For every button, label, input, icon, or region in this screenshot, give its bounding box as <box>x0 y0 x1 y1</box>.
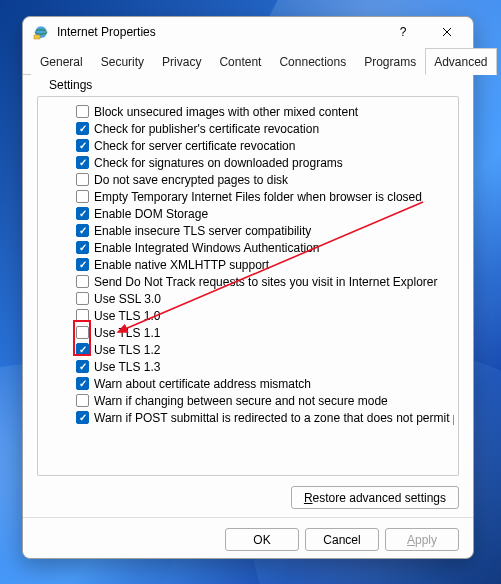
settings-label: Enable DOM Storage <box>94 207 208 221</box>
settings-row: Enable native XMLHTTP support <box>76 256 454 273</box>
settings-label: Warn if POST submittal is redirected to … <box>94 411 454 425</box>
checkbox[interactable] <box>76 411 89 424</box>
tab-security[interactable]: Security <box>92 48 153 75</box>
settings-row: Use SSL 3.0 <box>76 290 454 307</box>
settings-row: Enable Integrated Windows Authentication <box>76 239 454 256</box>
settings-label: Empty Temporary Internet Files folder wh… <box>94 190 422 204</box>
settings-row: Send Do Not Track requests to sites you … <box>76 273 454 290</box>
tab-programs[interactable]: Programs <box>355 48 425 75</box>
settings-label: Check for signatures on downloaded progr… <box>94 156 343 170</box>
close-button[interactable] <box>425 17 469 47</box>
settings-row: Use TLS 1.2 <box>76 341 454 358</box>
checkbox[interactable] <box>76 343 89 356</box>
checkbox[interactable] <box>76 173 89 186</box>
tab-strip: GeneralSecurityPrivacyContentConnections… <box>23 47 473 75</box>
checkbox[interactable] <box>76 309 89 322</box>
settings-row: Check for server certificate revocation <box>76 137 454 154</box>
settings-label: Warn about certificate address mismatch <box>94 377 311 391</box>
apply-button[interactable]: Apply <box>385 528 459 551</box>
checkbox[interactable] <box>76 292 89 305</box>
checkbox[interactable] <box>76 275 89 288</box>
cancel-button[interactable]: Cancel <box>305 528 379 551</box>
tab-privacy[interactable]: Privacy <box>153 48 210 75</box>
tab-content-advanced: Settings Block unsecured images with oth… <box>23 75 473 517</box>
checkbox[interactable] <box>76 156 89 169</box>
settings-label: Use TLS 1.2 <box>94 343 160 357</box>
tab-general[interactable]: General <box>31 48 92 75</box>
settings-row: Block unsecured images with other mixed … <box>76 103 454 120</box>
checkbox[interactable] <box>76 207 89 220</box>
checkbox[interactable] <box>76 377 89 390</box>
settings-label: Use SSL 3.0 <box>94 292 161 306</box>
internet-options-icon <box>33 24 49 40</box>
settings-label: Check for publisher's certificate revoca… <box>94 122 319 136</box>
settings-label: Do not save encrypted pages to disk <box>94 173 288 187</box>
checkbox[interactable] <box>76 190 89 203</box>
settings-label: Enable Integrated Windows Authentication <box>94 241 319 255</box>
checkbox[interactable] <box>76 360 89 373</box>
settings-label: Check for server certificate revocation <box>94 139 295 153</box>
checkbox[interactable] <box>76 105 89 118</box>
settings-label: Warn if changing between secure and not … <box>94 394 388 408</box>
settings-label: Enable native XMLHTTP support <box>94 258 269 272</box>
settings-list[interactable]: Block unsecured images with other mixed … <box>38 103 458 469</box>
settings-row: Enable insecure TLS server compatibility <box>76 222 454 239</box>
settings-row: Use TLS 1.1 <box>76 324 454 341</box>
settings-row: Warn about certificate address mismatch <box>76 375 454 392</box>
settings-row: Check for publisher's certificate revoca… <box>76 120 454 137</box>
dialog-button-row: OK Cancel Apply <box>23 517 473 563</box>
tab-connections[interactable]: Connections <box>270 48 355 75</box>
checkbox[interactable] <box>76 326 89 339</box>
ok-button[interactable]: OK <box>225 528 299 551</box>
settings-row: Empty Temporary Internet Files folder wh… <box>76 188 454 205</box>
settings-row: Warn if POST submittal is redirected to … <box>76 409 454 426</box>
checkbox[interactable] <box>76 122 89 135</box>
settings-label: Use TLS 1.0 <box>94 309 160 323</box>
settings-groupbox: Block unsecured images with other mixed … <box>37 96 459 476</box>
settings-row: Do not save encrypted pages to disk <box>76 171 454 188</box>
tab-advanced[interactable]: Advanced <box>425 48 496 75</box>
settings-label: Use TLS 1.1 <box>94 326 160 340</box>
settings-label: Enable insecure TLS server compatibility <box>94 224 311 238</box>
svg-rect-2 <box>34 35 40 39</box>
checkbox[interactable] <box>76 139 89 152</box>
checkbox[interactable] <box>76 241 89 254</box>
internet-properties-dialog: Internet Properties ? GeneralSecurityPri… <box>22 16 474 559</box>
checkbox[interactable] <box>76 258 89 271</box>
checkbox[interactable] <box>76 224 89 237</box>
settings-row: Use TLS 1.3 <box>76 358 454 375</box>
help-button[interactable]: ? <box>381 17 425 47</box>
settings-row: Enable DOM Storage <box>76 205 454 222</box>
tab-content[interactable]: Content <box>210 48 270 75</box>
svg-text:?: ? <box>400 26 407 38</box>
settings-row: Warn if changing between secure and not … <box>76 392 454 409</box>
settings-label: Block unsecured images with other mixed … <box>94 105 358 119</box>
settings-groupbox-label: Settings <box>45 78 96 92</box>
settings-label: Use TLS 1.3 <box>94 360 160 374</box>
settings-row: Check for signatures on downloaded progr… <box>76 154 454 171</box>
settings-row: Use TLS 1.0 <box>76 307 454 324</box>
restore-advanced-settings-button[interactable]: Restore advanced settings <box>291 486 459 509</box>
settings-label: Send Do Not Track requests to sites you … <box>94 275 438 289</box>
checkbox[interactable] <box>76 394 89 407</box>
window-title: Internet Properties <box>57 25 381 39</box>
titlebar: Internet Properties ? <box>23 17 473 47</box>
